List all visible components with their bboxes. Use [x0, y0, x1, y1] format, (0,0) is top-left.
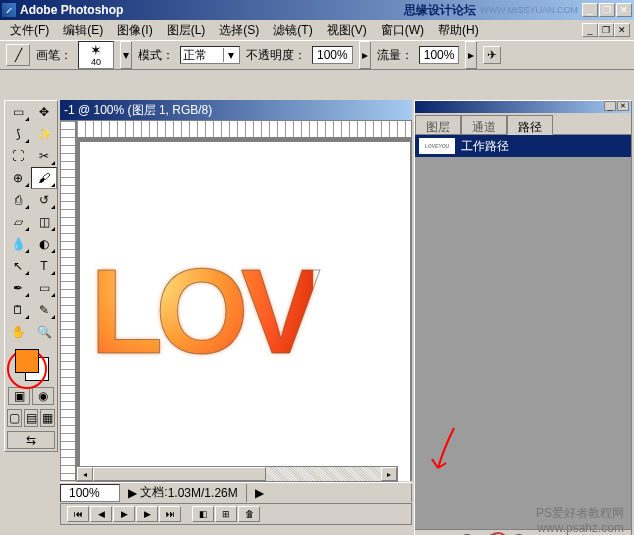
doc-close-button[interactable]: ✕: [614, 23, 630, 37]
foreground-color[interactable]: [15, 349, 39, 373]
notes-tool[interactable]: 🗒: [5, 299, 31, 321]
panel-minimize-button[interactable]: _: [604, 101, 616, 111]
jump-to-imageready-button[interactable]: ⇆: [7, 431, 55, 449]
status-doc-size: ▶ 文档: 1.03M/1.26M: [120, 484, 247, 502]
panel-body[interactable]: LOVEYOU 工作路径: [415, 135, 631, 529]
play-button[interactable]: ▶: [113, 506, 135, 522]
scroll-right-button[interactable]: ▸: [381, 467, 397, 481]
panel-titlebar[interactable]: _ ✕: [415, 101, 631, 113]
move-tool[interactable]: ✥: [31, 101, 57, 123]
delete-frame-button[interactable]: 🗑: [238, 506, 260, 522]
scroll-left-button[interactable]: ◂: [77, 467, 93, 481]
screen-full-menu-button[interactable]: ▤: [24, 409, 39, 427]
workspace: -1 @ 100% (图层 1, RGB/8) LOV LOV ◂ ▸ 100%…: [0, 70, 634, 535]
brush-preset-dropdown[interactable]: ▾: [120, 41, 132, 69]
hand-tool[interactable]: ✋: [5, 321, 31, 343]
panel-close-button[interactable]: ✕: [617, 101, 629, 111]
toolbox: ▭✥ ⟆✨ ⛶✂ ⊕🖌 ⎙↺ ▱◫ 💧◐ ↖T ✒▭ 🗒✎ ✋🔍 ▣◉ ▢▤▦ …: [4, 100, 58, 452]
brush-preset-preview[interactable]: ✶ 40: [78, 41, 114, 69]
airbrush-icon: ✈: [487, 48, 497, 62]
doc-restore-button[interactable]: ❐: [598, 23, 614, 37]
opacity-slider-toggle[interactable]: ▸: [359, 41, 371, 69]
airbrush-toggle[interactable]: ✈: [483, 46, 501, 64]
wand-tool[interactable]: ✨: [31, 123, 57, 145]
status-info: ▶: [247, 484, 412, 502]
status-bar: 100% ▶ 文档: 1.03M/1.26M ▶: [60, 482, 412, 502]
pen-tool[interactable]: ✒: [5, 277, 31, 299]
brush-tool[interactable]: 🖌: [31, 167, 57, 189]
tab-paths[interactable]: 路径: [507, 115, 553, 135]
history-brush-tool[interactable]: ↺: [31, 189, 57, 211]
menu-file[interactable]: 文件(F): [4, 20, 55, 41]
zoom-input[interactable]: 100%: [60, 484, 120, 502]
path-name: 工作路径: [461, 138, 509, 155]
flow-label: 流量：: [377, 47, 413, 64]
brush-shape-icon: ✶: [90, 43, 102, 57]
tab-channels[interactable]: 通道: [461, 115, 507, 134]
menu-select[interactable]: 选择(S): [213, 20, 265, 41]
menubar: 文件(F) 编辑(E) 图像(I) 图层(L) 选择(S) 滤镜(T) 视图(V…: [0, 20, 634, 40]
next-frame-button[interactable]: ▶: [136, 506, 158, 522]
panel-tabs: 图层 通道 路径: [415, 113, 631, 135]
healing-tool[interactable]: ⊕: [5, 167, 31, 189]
blur-tool[interactable]: 💧: [5, 233, 31, 255]
flow-slider-toggle[interactable]: ▸: [465, 41, 477, 69]
quickmask-mode-button[interactable]: ◉: [32, 387, 54, 405]
panel-footer: ◌ ◇ ⊞ 🗑: [415, 529, 631, 535]
vertical-ruler[interactable]: [60, 120, 76, 481]
tab-layers[interactable]: 图层: [415, 115, 461, 134]
path-select-tool[interactable]: ↖: [5, 255, 31, 277]
menu-image[interactable]: 图像(I): [111, 20, 158, 41]
brush-label: 画笔：: [36, 47, 72, 64]
minimize-button[interactable]: _: [582, 3, 598, 17]
canvas[interactable]: LOV LOV: [80, 142, 410, 481]
animation-bar: ⏮ ◀ ▶ ▶ ⏭ ◧ ⊞ 🗑: [60, 503, 412, 525]
canvas-viewport: LOV LOV: [76, 138, 412, 481]
screen-standard-button[interactable]: ▢: [7, 409, 22, 427]
doc-minimize-button[interactable]: _: [582, 23, 598, 37]
menu-edit[interactable]: 编辑(E): [57, 20, 109, 41]
horizontal-ruler[interactable]: [76, 120, 412, 138]
menu-help[interactable]: 帮助(H): [432, 20, 485, 41]
horizontal-scrollbar[interactable]: ◂ ▸: [76, 466, 398, 482]
lasso-tool[interactable]: ⟆: [5, 123, 31, 145]
marquee-tool[interactable]: ▭: [5, 101, 31, 123]
gradient-tool[interactable]: ◫: [31, 211, 57, 233]
blend-mode-select[interactable]: 正常 ▾: [180, 46, 240, 64]
blend-mode-value: 正常: [183, 47, 223, 64]
tween-button[interactable]: ◧: [192, 506, 214, 522]
menu-filter[interactable]: 滤镜(T): [267, 20, 318, 41]
restore-button[interactable]: ❐: [599, 3, 615, 17]
app-title: Adobe Photoshop: [20, 3, 404, 17]
shape-tool[interactable]: ▭: [31, 277, 57, 299]
brush-size-value: 40: [91, 57, 101, 67]
eyedropper-tool[interactable]: ✎: [31, 299, 57, 321]
stamp-tool[interactable]: ⎙: [5, 189, 31, 211]
screen-full-button[interactable]: ▦: [40, 409, 55, 427]
flow-input[interactable]: 100%: [419, 46, 460, 64]
last-frame-button[interactable]: ⏭: [159, 506, 181, 522]
zoom-tool[interactable]: 🔍: [31, 321, 57, 343]
titlebar: ⟋ Adobe Photoshop 思缘设计论坛 WWW.MISSYUAN.CO…: [0, 0, 634, 20]
path-item[interactable]: LOVEYOU 工作路径: [415, 135, 631, 157]
scroll-thumb[interactable]: [93, 467, 266, 481]
canvas-path-outline: LOV: [90, 242, 313, 380]
menu-layer[interactable]: 图层(L): [161, 20, 212, 41]
dodge-tool[interactable]: ◐: [31, 233, 57, 255]
menu-window[interactable]: 窗口(W): [375, 20, 430, 41]
duplicate-frame-button[interactable]: ⊞: [215, 506, 237, 522]
forum-name: 思缘设计论坛: [404, 2, 476, 19]
eraser-tool[interactable]: ▱: [5, 211, 31, 233]
type-tool[interactable]: T: [31, 255, 57, 277]
first-frame-button[interactable]: ⏮: [67, 506, 89, 522]
crop-tool[interactable]: ⛶: [5, 145, 31, 167]
menu-view[interactable]: 视图(V): [321, 20, 373, 41]
prev-frame-button[interactable]: ◀: [90, 506, 112, 522]
opacity-input[interactable]: 100%: [312, 46, 353, 64]
tool-preset-picker[interactable]: ╱: [6, 44, 30, 66]
close-button[interactable]: ✕: [616, 3, 632, 17]
standard-mode-button[interactable]: ▣: [8, 387, 30, 405]
document-title-bar: -1 @ 100% (图层 1, RGB/8): [60, 100, 412, 120]
path-thumbnail: LOVEYOU: [419, 138, 455, 154]
slice-tool[interactable]: ✂: [31, 145, 57, 167]
